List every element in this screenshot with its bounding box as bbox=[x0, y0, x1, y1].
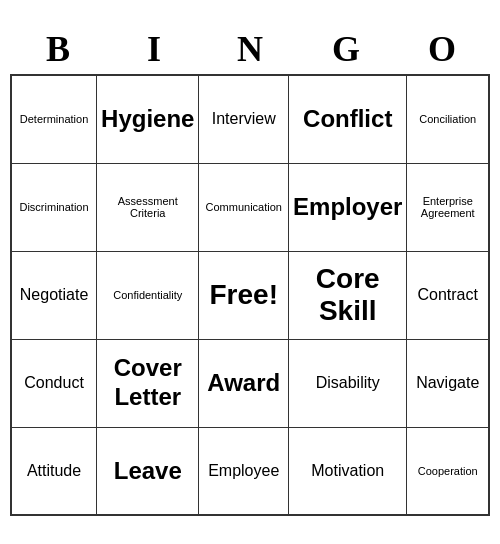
cell-r0-c2: Interview bbox=[199, 75, 289, 163]
cell-r4-c4: Cooperation bbox=[407, 427, 489, 515]
bingo-header: BINGO bbox=[10, 28, 490, 70]
cell-r2-c3: Core Skill bbox=[289, 251, 407, 339]
cell-r0-c0: Determination bbox=[11, 75, 97, 163]
bingo-card: BINGO DeterminationHygieneInterviewConfl… bbox=[10, 28, 490, 516]
cell-r4-c3: Motivation bbox=[289, 427, 407, 515]
cell-r4-c1: Leave bbox=[97, 427, 199, 515]
cell-r1-c2: Communication bbox=[199, 163, 289, 251]
cell-r1-c1: Assessment Criteria bbox=[97, 163, 199, 251]
header-letter: B bbox=[10, 28, 106, 70]
header-letter: O bbox=[394, 28, 490, 70]
cell-r3-c2: Award bbox=[199, 339, 289, 427]
cell-r3-c3: Disability bbox=[289, 339, 407, 427]
header-letter: N bbox=[202, 28, 298, 70]
cell-r2-c4: Contract bbox=[407, 251, 489, 339]
cell-r4-c2: Employee bbox=[199, 427, 289, 515]
cell-r0-c4: Conciliation bbox=[407, 75, 489, 163]
cell-r0-c1: Hygiene bbox=[97, 75, 199, 163]
cell-r0-c3: Conflict bbox=[289, 75, 407, 163]
header-letter: I bbox=[106, 28, 202, 70]
cell-r3-c0: Conduct bbox=[11, 339, 97, 427]
cell-r2-c2: Free! bbox=[199, 251, 289, 339]
bingo-grid: DeterminationHygieneInterviewConflictCon… bbox=[10, 74, 490, 516]
cell-r1-c3: Employer bbox=[289, 163, 407, 251]
cell-r3-c1: Cover Letter bbox=[97, 339, 199, 427]
cell-r1-c0: Discrimination bbox=[11, 163, 97, 251]
cell-r4-c0: Attitude bbox=[11, 427, 97, 515]
header-letter: G bbox=[298, 28, 394, 70]
cell-r2-c0: Negotiate bbox=[11, 251, 97, 339]
cell-r3-c4: Navigate bbox=[407, 339, 489, 427]
cell-r1-c4: Enterprise Agreement bbox=[407, 163, 489, 251]
cell-r2-c1: Confidentiality bbox=[97, 251, 199, 339]
